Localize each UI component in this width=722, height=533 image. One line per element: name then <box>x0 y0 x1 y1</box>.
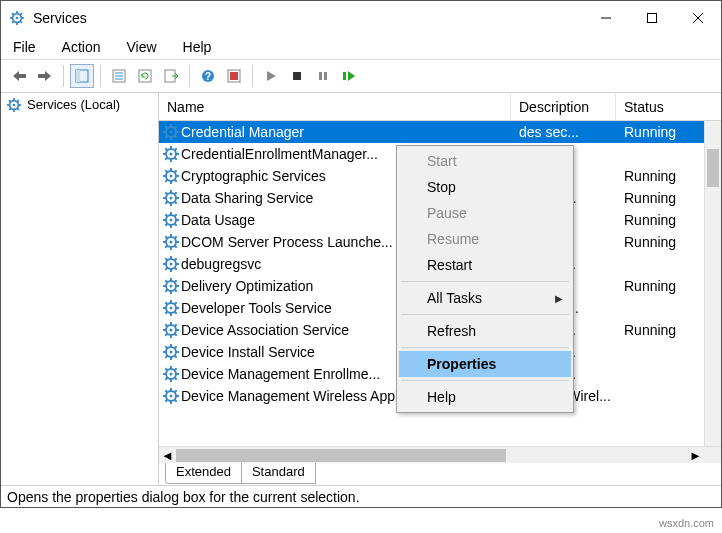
tabstrip: Extended Standard <box>159 463 721 485</box>
gear-icon <box>163 366 179 382</box>
maximize-button[interactable] <box>629 3 675 33</box>
context-menu: Start Stop Pause Resume Restart All Task… <box>396 145 574 413</box>
gear-icon <box>163 300 179 316</box>
export-button[interactable] <box>159 64 183 88</box>
column-name[interactable]: Name <box>159 93 511 120</box>
service-name: Data Sharing Service <box>181 190 313 206</box>
properties-button[interactable] <box>107 64 131 88</box>
svg-rect-11 <box>648 14 657 23</box>
service-name: Credential Manager <box>181 124 304 140</box>
scroll-right-icon[interactable]: ► <box>687 447 704 464</box>
gear-icon <box>163 278 179 294</box>
sidebar-item-services-local[interactable]: Services (Local) <box>1 93 158 116</box>
menu-all-tasks[interactable]: All Tasks▶ <box>399 285 571 311</box>
statusbar-text: Opens the properties dialog box for the … <box>7 489 360 505</box>
minimize-button[interactable] <box>583 3 629 33</box>
svg-rect-15 <box>76 70 80 82</box>
gear-icon <box>163 344 179 360</box>
gear-icon <box>163 256 179 272</box>
app-icon <box>9 10 25 26</box>
service-name: Data Usage <box>181 212 255 228</box>
menu-refresh[interactable]: Refresh <box>399 318 571 344</box>
svg-text:?: ? <box>205 71 211 82</box>
column-status[interactable]: Status <box>616 93 721 120</box>
service-name: Device Association Service <box>181 322 349 338</box>
svg-rect-26 <box>293 72 301 80</box>
forward-button[interactable] <box>33 64 57 88</box>
menu-help[interactable]: Help <box>399 384 571 410</box>
service-name: Device Management Enrollme... <box>181 366 380 382</box>
pause-button[interactable] <box>311 64 335 88</box>
titlebar[interactable]: Services <box>1 1 721 35</box>
service-name: debugregsvc <box>181 256 261 272</box>
menu-resume[interactable]: Resume <box>399 226 571 252</box>
scroll-left-icon[interactable]: ◄ <box>159 447 176 464</box>
svg-rect-25 <box>230 72 238 80</box>
gear-icon <box>163 190 179 206</box>
stop-button[interactable] <box>285 64 309 88</box>
close-button[interactable] <box>675 3 721 33</box>
service-name: DCOM Server Process Launche... <box>181 234 393 250</box>
menu-properties[interactable]: Properties <box>399 351 571 377</box>
gear-icon <box>163 212 179 228</box>
column-description[interactable]: Description <box>511 93 616 120</box>
refresh-button[interactable] <box>133 64 157 88</box>
toolbar-icon[interactable] <box>222 64 246 88</box>
tab-extended[interactable]: Extended <box>165 463 242 484</box>
start-button[interactable] <box>259 64 283 88</box>
statusbar: Opens the properties dialog box for the … <box>1 485 721 507</box>
menu-help[interactable]: Help <box>179 37 216 57</box>
menu-start[interactable]: Start <box>399 148 571 174</box>
svg-rect-28 <box>324 72 327 80</box>
tab-standard[interactable]: Standard <box>242 463 316 484</box>
toolbar: ? <box>1 59 721 93</box>
service-name: Delivery Optimization <box>181 278 313 294</box>
menu-view[interactable]: View <box>122 37 160 57</box>
service-name: CredentialEnrollmentManager... <box>181 146 378 162</box>
menu-restart[interactable]: Restart <box>399 252 571 278</box>
service-name: Device Install Service <box>181 344 315 360</box>
help-button[interactable]: ? <box>196 64 220 88</box>
sidebar-item-label: Services (Local) <box>27 97 120 112</box>
chevron-right-icon: ▶ <box>555 293 563 304</box>
menu-action[interactable]: Action <box>58 37 105 57</box>
menu-stop[interactable]: Stop <box>399 174 571 200</box>
back-button[interactable] <box>7 64 31 88</box>
gear-icon <box>163 168 179 184</box>
service-name: Developer Tools Service <box>181 300 332 316</box>
menubar: File Action View Help <box>1 35 721 59</box>
sidebar: Services (Local) <box>1 93 159 485</box>
gear-icon <box>163 234 179 250</box>
services-window: Services File Action View Help ? Service <box>0 0 722 508</box>
menu-pause[interactable]: Pause <box>399 200 571 226</box>
svg-rect-27 <box>319 72 322 80</box>
list-header: Name Description Status <box>159 93 721 121</box>
vertical-scrollbar[interactable] <box>704 121 721 446</box>
svg-rect-29 <box>343 72 346 80</box>
show-hide-tree-button[interactable] <box>70 64 94 88</box>
service-desc: des sec... <box>511 124 616 140</box>
menu-file[interactable]: File <box>9 37 40 57</box>
gear-icon <box>163 146 179 162</box>
watermark: wsxdn.com <box>657 517 716 529</box>
svg-rect-20 <box>139 70 151 82</box>
window-title: Services <box>33 10 583 26</box>
gear-icon <box>7 98 21 112</box>
gear-icon <box>163 124 179 140</box>
table-row[interactable]: Credential Managerdes sec...Running <box>159 121 721 143</box>
gear-icon <box>163 388 179 404</box>
horizontal-scrollbar[interactable]: ◄ ► <box>159 446 721 463</box>
gear-icon <box>163 322 179 338</box>
service-name: Cryptographic Services <box>181 168 326 184</box>
restart-button[interactable] <box>337 64 361 88</box>
